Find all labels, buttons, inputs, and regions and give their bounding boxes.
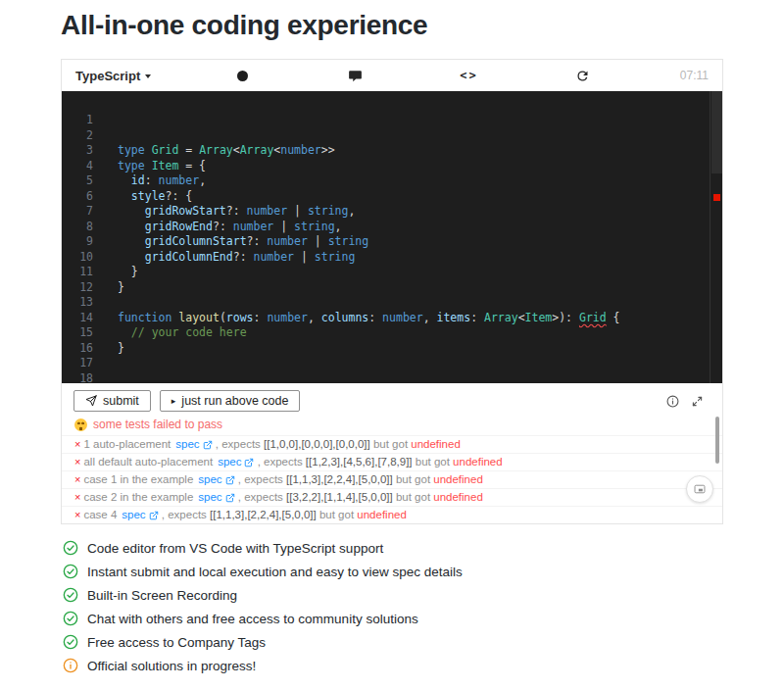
spec-link[interactable]: spec: [198, 491, 234, 504]
run-button-label: just run above code: [181, 394, 288, 408]
code-lines: 1 2 3type Grid = Array<Array<number>> 4t…: [62, 113, 722, 383]
page-title: All-in-one coding experience: [61, 10, 723, 41]
check-circle-icon: [63, 540, 78, 556]
line-number: 10: [62, 250, 118, 266]
expand-icon: [692, 396, 703, 407]
feature-text: Instant submit and local execution and e…: [87, 565, 463, 579]
spec-link-label: spec: [175, 438, 199, 451]
test-result-row: ×case 2 in the examplespec , expects [[3…: [62, 488, 722, 506]
code-line: 13: [62, 295, 722, 311]
line-number: 14: [62, 311, 118, 326]
test-status-text: some tests failed to pass: [93, 418, 222, 431]
code-line: 14function layout(rows: number, columns:…: [62, 311, 722, 326]
check-circle-icon: [63, 611, 78, 626]
check-circle-icon: [63, 587, 78, 603]
reset-button[interactable]: [573, 67, 591, 84]
expects-label: , expects: [213, 438, 264, 451]
line-number: 8: [62, 220, 118, 235]
external-link-icon: [225, 475, 235, 485]
got-value: undefined: [411, 438, 461, 451]
code-line: 10 gridColumnEnd?: number | string: [62, 250, 722, 266]
code-line-text: }: [118, 280, 124, 294]
expected-values: [[3,2,2],[1,1,4],[5,0,0]]: [286, 491, 393, 504]
spec-link-label: spec: [198, 491, 221, 504]
expand-button[interactable]: [692, 396, 703, 407]
submit-button[interactable]: submit: [74, 390, 151, 412]
line-number: 6: [62, 189, 118, 205]
expects-label: , expects: [235, 473, 286, 486]
line-number: 4: [62, 159, 118, 174]
feature-item: Built-in Screen Recording: [63, 587, 723, 603]
code-line: 11 }: [62, 265, 722, 280]
code-line: 2: [62, 128, 722, 144]
chat-icon: [348, 69, 363, 83]
code-line-text: type Item = {: [118, 159, 206, 172]
code-view-button[interactable]: <>: [460, 67, 477, 84]
feature-item: Chat with others and free access to comm…: [63, 611, 723, 626]
line-number: 1: [62, 113, 118, 128]
refresh-icon: [575, 69, 590, 83]
picture-in-picture-button[interactable]: [686, 475, 713, 503]
expected-values: [[1,2,3],[4,5,6],[7,8,9]]: [306, 456, 413, 468]
check-circle-icon: [63, 634, 78, 650]
got-value: undefined: [357, 509, 407, 521]
info-button[interactable]: [666, 395, 679, 408]
feature-text: Built-in Screen Recording: [87, 588, 237, 603]
play-icon: ▸: [172, 396, 176, 406]
fail-x-icon: ×: [74, 509, 80, 521]
fail-x-icon: ×: [74, 491, 80, 504]
code-line: 8 gridRowEnd?: number | string,: [62, 220, 722, 235]
code-playground-card: TypeScript <> 07:11 1 2 3type Grid = A: [61, 59, 723, 524]
got-label: but got: [317, 509, 358, 521]
code-line-text: id: number,: [118, 173, 206, 187]
results-scrollbar[interactable]: [715, 417, 719, 464]
feature-item: Instant submit and local execution and e…: [63, 564, 723, 579]
code-line: 6 style?: {: [62, 189, 722, 205]
spec-link-label: spec: [198, 473, 221, 486]
spec-link[interactable]: spec: [218, 456, 254, 468]
language-selector[interactable]: TypeScript: [75, 69, 151, 83]
line-number: 12: [62, 280, 118, 296]
fail-x-icon: ×: [74, 473, 80, 486]
feature-text: Code editor from VS Code with TypeScript…: [87, 541, 383, 556]
code-line-text: type Grid = Array<Array<number>>: [118, 143, 335, 157]
code-line-text: gridColumnEnd?: number | string: [118, 250, 355, 264]
expects-label: , expects: [254, 456, 305, 468]
spec-link[interactable]: spec: [122, 509, 158, 521]
code-line: 17: [62, 356, 722, 371]
check-circle-icon: [63, 564, 78, 579]
record-button[interactable]: [233, 67, 251, 84]
line-number: 15: [62, 325, 118, 341]
test-results: ×1 auto-placementspec , expects [[1,0,0]…: [62, 435, 722, 523]
timer: 07:11: [673, 69, 709, 82]
test-name: 1 auto-placement: [83, 438, 171, 451]
page: All-in-one coding experience TypeScript …: [0, 10, 784, 673]
line-number: 16: [62, 341, 118, 357]
test-name: case 1 in the example: [83, 473, 193, 486]
editor-scrollbar[interactable]: [711, 91, 722, 173]
test-result-row: ×case 1 in the examplespec , expects [[1…: [62, 470, 722, 488]
test-status: some tests failed to pass: [62, 417, 722, 435]
info-circle-icon: [63, 658, 78, 673]
code-line: 5 id: number,: [62, 173, 722, 189]
line-number: 5: [62, 173, 118, 189]
chat-button[interactable]: [347, 67, 365, 84]
code-line-text: gridRowStart?: number | string,: [118, 204, 355, 218]
editor-toolbar: TypeScript <> 07:11: [62, 60, 722, 91]
run-button[interactable]: ▸ just run above code: [160, 390, 301, 412]
code-editor[interactable]: 1 2 3type Grid = Array<Array<number>> 4t…: [62, 91, 722, 383]
feature-text: Free access to Company Tags: [87, 635, 266, 650]
spec-link[interactable]: spec: [175, 438, 212, 451]
external-link-icon: [225, 493, 235, 503]
disappointed-face-icon: [74, 419, 87, 431]
spec-link-label: spec: [218, 456, 241, 468]
got-value: undefined: [453, 456, 503, 468]
got-label: but got: [370, 438, 412, 451]
test-result-row: ×case 4spec , expects [[1,1,3],[2,2,4],[…: [62, 506, 722, 523]
code-line-text: }: [118, 341, 124, 355]
code-line-text: style?: {: [118, 189, 192, 203]
code-line: 9 gridColumnStart?: number | string: [62, 234, 722, 250]
line-number: 7: [62, 204, 118, 220]
spec-link[interactable]: spec: [198, 473, 234, 486]
got-label: but got: [393, 473, 434, 486]
